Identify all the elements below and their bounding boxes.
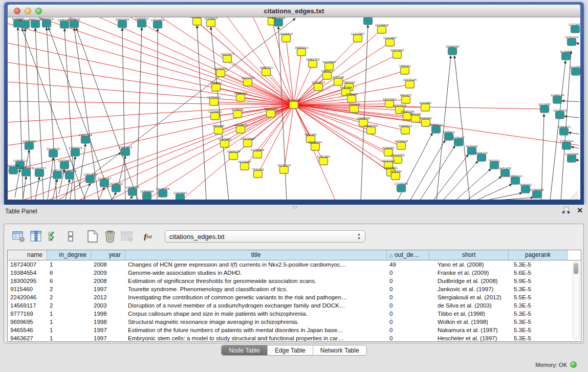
- graph-node[interactable]: 16154838: [375, 24, 388, 34]
- cell-out_degree[interactable]: 0: [387, 301, 429, 310]
- cell-in_degree[interactable]: 1: [47, 310, 91, 318]
- graph-node[interactable]: 16640910: [295, 46, 308, 56]
- cell-title[interactable]: Embryonic stem cells: a model to study s…: [125, 334, 387, 342]
- cell-in_degree[interactable]: 2: [47, 293, 91, 301]
- graph-node[interactable]: 12666775: [126, 186, 139, 196]
- cell-out_degree[interactable]: 0: [387, 334, 429, 342]
- table-row[interactable]: 969969511998Structural magnetic resonanc…: [8, 318, 581, 326]
- table-row[interactable]: 946362711997Embryonic stem cells: a mode…: [8, 334, 581, 342]
- column-header-title[interactable]: title: [125, 250, 387, 260]
- cell-name[interactable]: 22420046: [8, 293, 47, 301]
- graph-node[interactable]: 11548498: [251, 148, 264, 159]
- graph-node[interactable]: 6179197: [452, 136, 464, 146]
- table-selector-dropdown[interactable]: citations_edges.txt ▲▼: [165, 230, 365, 243]
- cell-in_degree[interactable]: 2: [47, 285, 91, 293]
- cell-name[interactable]: 9465546: [8, 326, 47, 334]
- graph-node[interactable]: 15245081: [218, 138, 231, 148]
- graph-node[interactable]: 16130214: [277, 164, 291, 174]
- cell-name[interactable]: 9463627: [8, 334, 47, 342]
- graph-node[interactable]: 15805863: [119, 146, 132, 156]
- cell-year[interactable]: 2008: [91, 260, 125, 269]
- graph-node[interactable]: 2935114: [475, 151, 488, 162]
- graph-node[interactable]: 15466889: [140, 190, 154, 200]
- graph-node[interactable]: 6734028: [231, 108, 243, 118]
- cell-name[interactable]: 9115460: [8, 285, 47, 293]
- tab-node-table[interactable]: Node Table: [222, 345, 268, 355]
- cell-short[interactable]: Yano et al. (2008): [429, 260, 509, 269]
- graph-node[interactable]: 20691406: [116, 18, 129, 28]
- graph-node[interactable]: 12224079: [234, 123, 247, 134]
- graph-node[interactable]: 2522544: [389, 170, 402, 180]
- graph-node[interactable]: 12103405: [569, 65, 580, 76]
- graph-node[interactable]: 15654923: [399, 124, 412, 135]
- cell-short[interactable]: Jankovic et al. (1997): [429, 285, 509, 293]
- column-header-in_degree[interactable]: in_degree: [47, 250, 91, 260]
- graph-node[interactable]: 15751074: [565, 36, 579, 46]
- network-window-titlebar[interactable]: citations_edges.txt: [8, 5, 580, 17]
- graph-node[interactable]: 17334265: [395, 182, 408, 192]
- new-column-icon[interactable]: [84, 228, 101, 245]
- graph-node[interactable]: 19756928: [395, 140, 408, 150]
- cell-title[interactable]: Tourette syndrome. Phenomenology and cla…: [125, 285, 387, 293]
- cell-short[interactable]: Hescheler et al. (1997): [429, 334, 509, 342]
- memory-ok-icon[interactable]: [570, 361, 577, 368]
- column-header-pagerank[interactable]: pagerank: [509, 250, 568, 260]
- graph-node[interactable]: 14895754: [364, 124, 378, 135]
- graph-node[interactable]: 10975887: [58, 159, 71, 169]
- cell-name[interactable]: 18300295: [8, 277, 47, 285]
- cell-in_degree[interactable]: 1: [47, 260, 91, 269]
- cell-year[interactable]: 2009: [91, 269, 125, 277]
- cell-short[interactable]: Tibbo et al. (1998): [429, 310, 509, 318]
- citation-network-graph[interactable]: 1872400791845071845021120687121169065191…: [8, 17, 580, 200]
- table-body[interactable]: 1872400712008Changes of HCN gene express…: [8, 260, 581, 342]
- column-header-year[interactable]: year: [91, 250, 125, 260]
- cell-pagerank[interactable]: 5.5E-5: [509, 293, 568, 301]
- cell-in_degree[interactable]: 1: [47, 326, 91, 334]
- graph-node[interactable]: 16961758: [306, 58, 319, 68]
- graph-node[interactable]: 19990444: [234, 92, 248, 102]
- cell-out_degree[interactable]: 0: [387, 326, 429, 334]
- close-window-icon[interactable]: [14, 8, 20, 14]
- cell-title[interactable]: Changes of HCN gene expression and I(f) …: [125, 260, 387, 269]
- canvas-resize-grip[interactable]: [571, 191, 579, 200]
- graph-node[interactable]: 17359924: [69, 146, 82, 157]
- cell-name[interactable]: 18724007: [8, 260, 47, 269]
- table-scrollbar-thumb[interactable]: [574, 263, 578, 274]
- table-row[interactable]: 977716911998Corpus callosum shape and si…: [8, 310, 581, 318]
- table-row[interactable]: 2242004622012Investigating the contribut…: [8, 293, 581, 301]
- cell-short[interactable]: Franke et al. (2009): [429, 269, 509, 277]
- graph-node[interactable]: 10804106: [227, 150, 240, 160]
- show-columns-icon[interactable]: [28, 228, 45, 245]
- cell-title[interactable]: Estimation of the future numbers of pati…: [125, 326, 387, 334]
- graph-node[interactable]: 16139287: [238, 160, 251, 170]
- graph-node[interactable]: 16906519: [40, 17, 53, 27]
- graph-nodes[interactable]: 1872400791845071845021120687121169065191…: [8, 17, 580, 200]
- cell-in_degree[interactable]: 1: [47, 334, 91, 342]
- cell-title[interactable]: Disruption of a novel member of a sodium…: [125, 301, 387, 310]
- graph-node[interactable]: 15692971: [557, 125, 571, 136]
- cell-in_degree[interactable]: 1: [47, 318, 91, 326]
- cell-out_degree[interactable]: 49: [387, 260, 429, 269]
- graph-node[interactable]: 20206535: [47, 147, 60, 158]
- graph-node[interactable]: 17957253: [83, 173, 97, 183]
- graph-node[interactable]: 12217987: [351, 32, 364, 42]
- cell-out_degree[interactable]: 0: [387, 277, 429, 285]
- cell-short[interactable]: Nakamura et al. (1997): [429, 326, 509, 334]
- graph-node[interactable]: 2087682: [362, 17, 374, 25]
- graph-node[interactable]: 7524541: [210, 81, 222, 92]
- graph-node[interactable]: 16210643: [553, 109, 567, 119]
- cell-pagerank[interactable]: 5.9E-5: [509, 277, 568, 285]
- panel-resize-handle[interactable]: [292, 206, 298, 209]
- graph-node[interactable]: 18325419: [279, 32, 293, 42]
- cell-short[interactable]: Dudbridge et al. (2008): [429, 277, 509, 285]
- graph-node[interactable]: 19374983: [322, 60, 336, 71]
- cell-year[interactable]: 1997: [91, 285, 125, 293]
- cell-year[interactable]: 1998: [91, 310, 125, 318]
- graph-node[interactable]: 13643356: [79, 134, 92, 144]
- tab-edge-table[interactable]: Edge Table: [268, 345, 313, 355]
- cell-title[interactable]: Genome-wide association studies in ADHD.: [125, 269, 387, 277]
- cell-out_degree[interactable]: 0: [387, 285, 429, 293]
- minimize-window-icon[interactable]: [25, 8, 31, 14]
- float-window-icon[interactable]: [562, 207, 570, 214]
- graph-node[interactable]: 10974893: [241, 137, 254, 147]
